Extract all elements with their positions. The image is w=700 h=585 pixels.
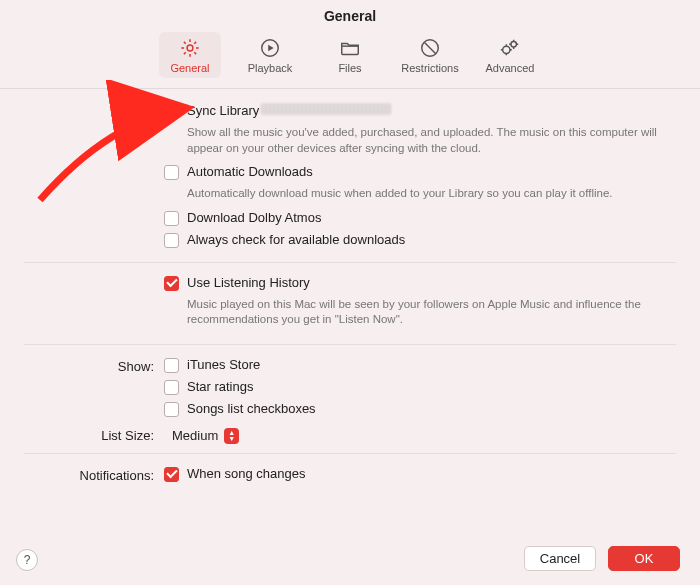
cancel-button[interactable]: Cancel	[524, 546, 596, 571]
section-label-show: Show:	[24, 357, 164, 374]
tab-label: Playback	[248, 62, 293, 74]
redacted-account	[261, 103, 391, 115]
section-label-listsize: List Size:	[24, 428, 164, 443]
help-button[interactable]: ?	[16, 549, 38, 571]
section-label-notifications: Notifications:	[24, 466, 164, 483]
tab-playback[interactable]: Playback	[239, 32, 301, 78]
tab-label: General	[170, 62, 209, 74]
gear-icon	[178, 36, 202, 60]
svg-point-4	[511, 42, 517, 48]
checkbox-dolby-atmos[interactable]	[164, 211, 179, 226]
divider	[24, 262, 676, 263]
divider	[24, 453, 676, 454]
tab-restrictions[interactable]: Restrictions	[399, 32, 461, 78]
play-circle-icon	[258, 36, 282, 60]
checkbox-song-changes[interactable]	[164, 467, 179, 482]
checkbox-check-downloads[interactable]	[164, 233, 179, 248]
divider	[24, 344, 676, 345]
svg-point-3	[503, 46, 510, 53]
option-label: When song changes	[187, 466, 306, 481]
option-label: Use Listening History	[187, 275, 310, 290]
window-title: General	[0, 0, 700, 28]
option-desc: Automatically download music when added …	[187, 186, 657, 202]
preferences-toolbar: General Playback Files Restrictions Adva…	[0, 28, 700, 89]
checkbox-listening-history[interactable]	[164, 276, 179, 291]
ok-button[interactable]: OK	[608, 546, 680, 571]
checkbox-star-ratings[interactable]	[164, 380, 179, 395]
option-desc: Music played on this Mac will be seen by…	[187, 297, 657, 328]
no-sign-icon	[418, 36, 442, 60]
option-label: Always check for available downloads	[187, 232, 405, 247]
checkbox-songs-list-checkboxes[interactable]	[164, 402, 179, 417]
tab-files[interactable]: Files	[319, 32, 381, 78]
checkbox-auto-downloads[interactable]	[164, 165, 179, 180]
tab-label: Advanced	[486, 62, 535, 74]
chevron-updown-icon: ▲▼	[224, 428, 239, 444]
tab-advanced[interactable]: Advanced	[479, 32, 541, 78]
tab-label: Restrictions	[401, 62, 458, 74]
gears-icon	[498, 36, 522, 60]
checkbox-sync-library[interactable]	[164, 104, 179, 119]
option-label: Download Dolby Atmos	[187, 210, 321, 225]
select-list-size[interactable]: Medium ▲▼	[164, 427, 243, 445]
tab-label: Files	[338, 62, 361, 74]
section-label-library: Library:	[24, 103, 164, 120]
checkbox-itunes-store[interactable]	[164, 358, 179, 373]
option-label: Songs list checkboxes	[187, 401, 316, 416]
option-desc: Show all the music you've added, purchas…	[187, 125, 657, 156]
option-label: Sync Library	[187, 103, 259, 118]
option-label: Automatic Downloads	[187, 164, 313, 179]
svg-point-0	[187, 45, 193, 51]
option-label: Star ratings	[187, 379, 253, 394]
tab-general[interactable]: General	[159, 32, 221, 78]
select-value: Medium	[172, 428, 218, 443]
folder-icon	[338, 36, 362, 60]
option-label: iTunes Store	[187, 357, 260, 372]
